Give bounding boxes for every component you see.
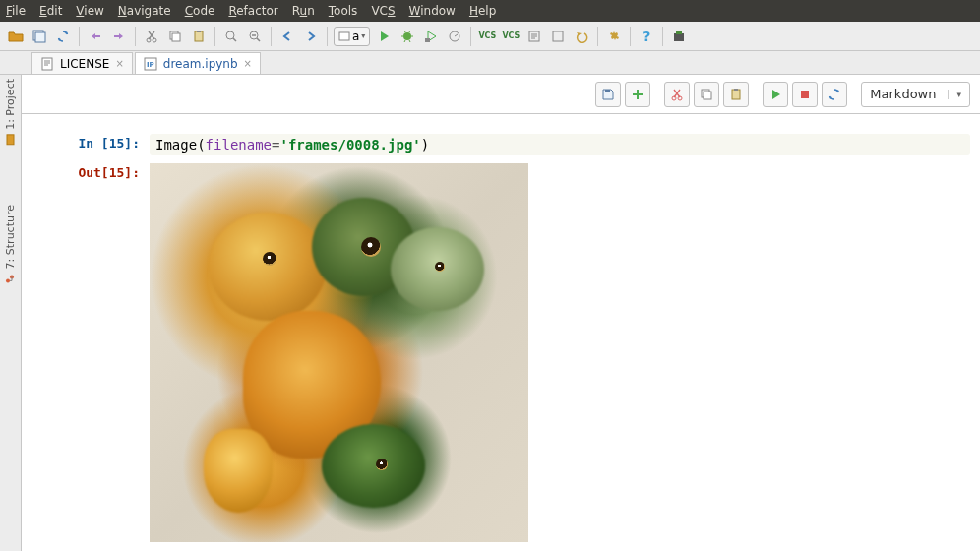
vcs-commit-icon[interactable]: VCS (501, 27, 521, 46)
close-icon[interactable]: × (244, 58, 252, 69)
copy-cell-icon[interactable] (694, 82, 719, 107)
profile-icon[interactable] (445, 27, 464, 46)
code-input[interactable]: Image(filename='frames/0008.jpg') (150, 134, 970, 155)
svg-rect-1 (35, 32, 45, 42)
cut-icon[interactable] (142, 27, 161, 46)
notebook-body[interactable]: In [15]: Image(filename='frames/0008.jpg… (22, 114, 980, 551)
run-coverage-icon[interactable] (421, 27, 441, 46)
svg-rect-15 (553, 31, 563, 41)
run-icon[interactable] (374, 27, 394, 46)
in-prompt: In [15]: (31, 134, 150, 155)
output-cell: Out[15]: (31, 163, 970, 542)
menu-vcs[interactable]: VCS (371, 4, 395, 18)
menu-refactor[interactable]: Refactor (228, 4, 277, 18)
add-cell-icon[interactable] (625, 82, 650, 107)
zoom-out-icon[interactable] (245, 27, 265, 46)
svg-rect-10 (339, 32, 349, 40)
editor-tabs: LICENSE × IP dream.ipynb × (0, 51, 980, 75)
menu-help[interactable]: Help (469, 4, 496, 18)
main-toolbar: a VCS VCS ? (0, 22, 980, 51)
debug-icon[interactable] (398, 27, 417, 46)
paste-icon[interactable] (189, 27, 209, 46)
restart-kernel-icon[interactable] (822, 82, 847, 107)
run-config-combo[interactable]: a (334, 27, 370, 46)
svg-rect-17 (42, 58, 52, 70)
svg-rect-5 (172, 33, 180, 41)
tab-label: LICENSE (60, 57, 109, 71)
back-icon[interactable] (277, 27, 297, 46)
svg-rect-6 (195, 31, 203, 41)
svg-rect-20 (8, 135, 15, 145)
notebook-toolbar: Markdown (22, 75, 980, 114)
copy-icon[interactable] (165, 27, 185, 46)
tool-window-project[interactable]: 1: Project (4, 79, 17, 146)
revert-icon[interactable] (572, 27, 591, 46)
notebook-file-icon: IP (144, 57, 157, 71)
run-cell-icon[interactable] (763, 82, 788, 107)
menu-run[interactable]: Run (292, 4, 315, 18)
vcs-show-icon[interactable] (548, 27, 568, 46)
svg-rect-7 (197, 31, 201, 32)
zoom-in-icon[interactable] (221, 27, 241, 46)
left-tool-stripe: 1: Project 7: Structure (0, 75, 22, 551)
editor-area: Markdown In [15]: Image(filename='frames… (22, 75, 980, 551)
svg-text:IP: IP (147, 61, 154, 69)
forward-icon[interactable] (301, 27, 321, 46)
svg-point-11 (403, 32, 411, 40)
svg-rect-30 (801, 91, 809, 98)
out-prompt: Out[15]: (31, 163, 150, 542)
python-console-icon[interactable] (669, 27, 689, 46)
stop-cell-icon[interactable] (792, 82, 818, 107)
settings-icon[interactable] (604, 27, 624, 46)
main-menu-bar: File Edit View Navigate Code Refactor Ru… (0, 0, 980, 22)
svg-point-8 (226, 31, 234, 39)
save-all-icon[interactable] (30, 27, 49, 46)
undo-icon[interactable] (86, 27, 105, 46)
sync-icon[interactable] (53, 27, 73, 46)
tab-license[interactable]: LICENSE × (31, 52, 133, 74)
tab-dream-ipynb[interactable]: IP dream.ipynb × (135, 52, 261, 74)
open-folder-icon[interactable] (6, 27, 26, 46)
menu-window[interactable]: Window (409, 4, 456, 18)
menu-tools[interactable]: Tools (329, 4, 358, 18)
help-icon[interactable]: ? (637, 27, 656, 46)
vcs-update-icon[interactable]: VCS (477, 27, 497, 46)
close-icon[interactable]: × (115, 58, 123, 69)
svg-rect-12 (425, 38, 430, 42)
cell-type-select[interactable]: Markdown (861, 82, 970, 107)
save-icon[interactable] (595, 82, 621, 107)
menu-navigate[interactable]: Navigate (118, 4, 171, 18)
cut-cell-icon[interactable] (664, 82, 690, 107)
redo-icon[interactable] (109, 27, 129, 46)
svg-rect-29 (734, 89, 738, 91)
svg-rect-23 (605, 90, 610, 92)
menu-view[interactable]: View (76, 4, 103, 18)
menu-edit[interactable]: Edit (39, 4, 62, 18)
menu-file[interactable]: File (6, 4, 26, 18)
tab-label: dream.ipynb (163, 57, 238, 71)
svg-rect-16 (674, 33, 684, 41)
menu-code[interactable]: Code (185, 4, 215, 18)
svg-rect-28 (732, 90, 740, 99)
vcs-history-icon[interactable] (524, 27, 544, 46)
svg-point-21 (7, 278, 11, 282)
tool-window-structure[interactable]: 7: Structure (4, 205, 17, 284)
svg-rect-27 (704, 92, 711, 99)
text-file-icon (40, 57, 54, 71)
code-cell: In [15]: Image(filename='frames/0008.jpg… (31, 134, 970, 155)
paste-cell-icon[interactable] (723, 82, 749, 107)
output-image (150, 163, 528, 542)
